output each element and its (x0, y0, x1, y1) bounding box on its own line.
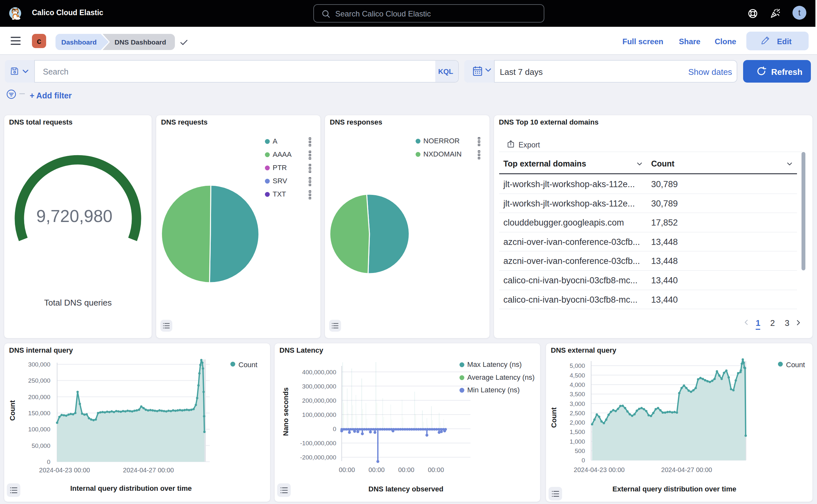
svg-text:Total DNS queries: Total DNS queries (44, 298, 112, 307)
svg-text:9,720,980: 9,720,980 (36, 207, 113, 226)
